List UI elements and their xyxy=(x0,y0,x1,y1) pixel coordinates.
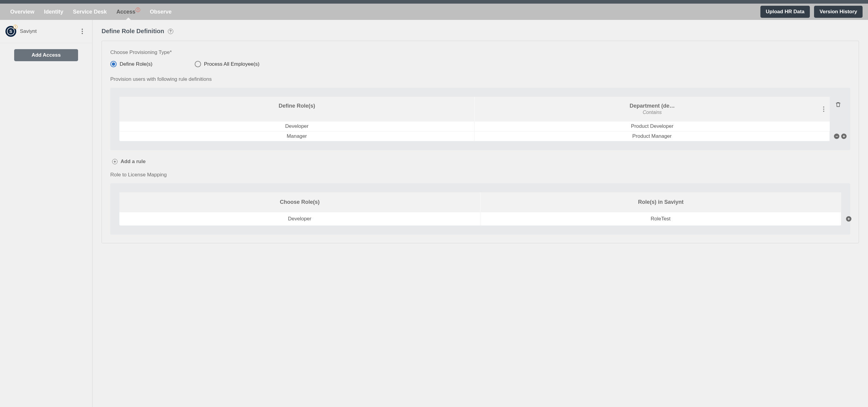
role-mapping-label: Role to License Mapping xyxy=(110,172,850,178)
app-icon-letter: S xyxy=(7,27,15,35)
tab-access[interactable]: Access ! xyxy=(112,4,145,20)
rules-col-role: Define Role(s) xyxy=(119,97,475,121)
table-row: Manager Product Manager − + xyxy=(119,131,830,141)
table-row: Developer RoleTest + xyxy=(119,212,841,225)
upload-hr-data-button[interactable]: Upload HR Data xyxy=(761,6,810,18)
add-mapping-row-button[interactable]: + xyxy=(846,216,851,222)
radio-process-label: Process All Employee(s) xyxy=(204,61,259,67)
sidebar-more-button[interactable] xyxy=(78,27,87,36)
add-rule-button[interactable]: + Add a rule xyxy=(112,159,850,165)
app-icon: S ! xyxy=(5,26,16,37)
remove-row-button[interactable]: − xyxy=(834,133,839,139)
provision-users-label: Provision users with following rule defi… xyxy=(110,76,850,82)
rule-definition-box: Define Role(s) Department (de… Contains … xyxy=(110,88,850,150)
cell-choose-role[interactable]: Developer xyxy=(119,212,480,225)
cell-role[interactable]: Manager xyxy=(119,131,475,141)
radio-icon xyxy=(195,61,201,67)
add-access-button[interactable]: Add Access xyxy=(14,49,78,61)
cell-role[interactable]: Developer xyxy=(119,122,475,131)
sidebar: S ! Saviynt Add Access xyxy=(0,20,93,407)
mapping-col-saviynt: Role(s) in Saviynt xyxy=(480,192,841,212)
cell-saviynt-role[interactable]: RoleTest xyxy=(480,212,841,225)
version-history-button[interactable]: Version History xyxy=(814,6,863,18)
radio-icon xyxy=(110,61,117,67)
nav-tabs: Overview Identity Service Desk Access ! … xyxy=(5,4,176,20)
table-row: Developer Product Developer xyxy=(119,121,830,131)
tab-identity[interactable]: Identity xyxy=(39,4,68,20)
plus-circle-icon: + xyxy=(112,159,118,164)
rules-col-department-sub: Contains xyxy=(480,110,824,115)
tab-service-desk[interactable]: Service Desk xyxy=(68,4,112,20)
help-icon[interactable]: ? xyxy=(168,29,173,34)
provisioning-type-label: Choose Provisioning Type* xyxy=(110,50,850,56)
radio-define-roles[interactable]: Define Role(s) xyxy=(110,61,153,67)
cell-department[interactable]: Product Manager xyxy=(475,131,830,141)
mapping-table: Choose Role(s) Role(s) in Saviynt Develo… xyxy=(119,192,841,225)
tab-overview[interactable]: Overview xyxy=(5,4,39,20)
sidebar-header: S ! Saviynt xyxy=(0,20,92,43)
radio-process-all[interactable]: Process All Employee(s) xyxy=(195,61,259,67)
cell-department[interactable]: Product Developer xyxy=(475,122,830,131)
window-top-strip xyxy=(0,0,868,4)
main-content: Define Role Definition ? Choose Provisio… xyxy=(93,20,868,407)
tab-access-label: Access xyxy=(116,9,135,15)
tab-observe[interactable]: Observe xyxy=(145,4,176,20)
radio-define-label: Define Role(s) xyxy=(120,61,153,67)
warning-icon: ! xyxy=(13,25,18,29)
rules-col-department-title: Department (de… xyxy=(480,103,824,109)
add-rule-label: Add a rule xyxy=(121,159,146,165)
role-mapping-box: Choose Role(s) Role(s) in Saviynt Develo… xyxy=(110,183,850,234)
app-name-label: Saviynt xyxy=(20,28,37,34)
rules-col-department: Department (de… Contains xyxy=(475,97,830,121)
add-row-button[interactable]: + xyxy=(841,133,846,139)
alert-icon: ! xyxy=(135,7,140,12)
nav-bar: Overview Identity Service Desk Access ! … xyxy=(0,4,868,20)
delete-rule-button[interactable] xyxy=(835,102,841,109)
page-title: Define Role Definition xyxy=(101,28,164,35)
column-more-button[interactable] xyxy=(823,106,824,112)
definition-card: Choose Provisioning Type* Define Role(s)… xyxy=(101,41,859,243)
rules-table: Define Role(s) Department (de… Contains … xyxy=(119,97,830,141)
mapping-col-choose: Choose Role(s) xyxy=(119,192,480,212)
